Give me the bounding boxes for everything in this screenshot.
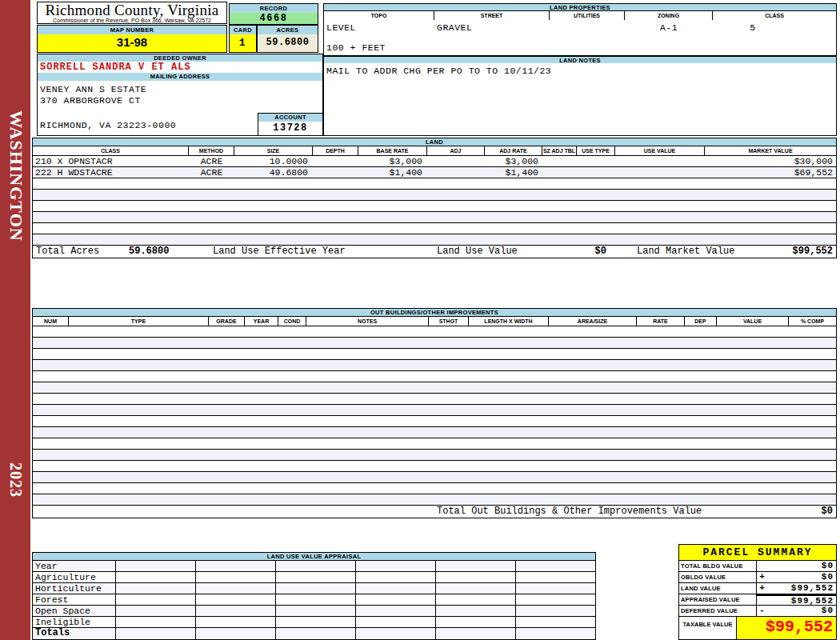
row-value: $99,552: [767, 596, 836, 605]
empty-row: [33, 326, 836, 338]
cell-depth: [313, 156, 358, 166]
empty-cell: [115, 561, 195, 571]
empty-cell: [435, 572, 515, 582]
empty-cell: [435, 617, 515, 627]
empty-cell: [355, 617, 435, 627]
acres-value: 59.6800: [257, 34, 318, 53]
col-market-value: MARKET VALUE: [705, 146, 836, 155]
col-notes: NOTES: [306, 317, 429, 326]
empty-row: [33, 234, 836, 246]
operator: +: [757, 572, 767, 582]
empty-row: [33, 472, 836, 483]
spine-sidebar: WASHINGTON 2023: [0, 0, 30, 640]
class-value: 5: [713, 22, 793, 33]
out-buildings-table: OUT BUILDINGS/OTHER IMPROVEMENTS NUM TYP…: [32, 308, 837, 518]
out-buildings-header-row: NUM TYPE GRADE YEAR COND NOTES STHGT LEN…: [33, 317, 836, 326]
empty-row: [33, 494, 836, 506]
empty-cell: [515, 617, 595, 627]
empty-cell: [355, 583, 435, 594]
account-value: 13728: [258, 122, 323, 136]
zoning-value: A-1: [625, 22, 713, 33]
empty-cell: [355, 628, 435, 639]
empty-cell: [275, 606, 355, 616]
cell-base-rate: $1,400: [358, 167, 427, 178]
empty-cell: [115, 572, 195, 582]
summary-row-obldg: OBLDG VALUE +$0: [679, 572, 836, 583]
land-table: LAND CLASS METHOD SIZE DEPTH BASE RATE A…: [32, 138, 837, 258]
row-label: Ineligible: [33, 617, 115, 627]
row-label: Agriculture: [33, 572, 115, 582]
col-adj-rate: ADJ RATE: [485, 146, 542, 155]
col-rate: RATE: [637, 317, 685, 326]
cell-use-type: [577, 167, 615, 178]
cell-market-value: $30,000: [705, 156, 836, 166]
row-label: Year: [33, 561, 115, 571]
land-use-value-label: Land Use Value: [437, 246, 518, 258]
cell-use-value: [615, 156, 705, 166]
col-dep: DEP: [685, 317, 717, 326]
empty-cell: [195, 572, 275, 582]
taxable-value-label: TAXABLE VALUE: [679, 617, 737, 639]
empty-row: [33, 450, 836, 461]
empty-cell: [355, 572, 435, 582]
empty-cell: [275, 617, 355, 627]
land-notes-box: MAIL TO ADDR CHG PER PO TO TO 10/11/23: [323, 63, 837, 136]
out-buildings-total-label: Total Out Buildings & Other Improvements…: [437, 506, 702, 518]
record-value: 4668: [229, 13, 318, 25]
cell-adj-rate: $1,400: [485, 167, 542, 178]
empty-row: [33, 416, 836, 427]
empty-cell: [435, 628, 515, 639]
cell-depth: [313, 167, 358, 178]
empty-cell: [515, 606, 595, 616]
street-value: GRAVEL: [437, 22, 472, 33]
out-buildings-totals-row: Total Out Buildings & Other Improvements…: [33, 506, 836, 518]
operator: -: [757, 606, 767, 616]
lua-row-totals: Totals: [33, 628, 595, 639]
empty-cell: [515, 572, 595, 582]
empty-cell: [515, 594, 595, 605]
land-properties-section-label: LAND PROPERTIES: [323, 3, 837, 11]
total-acres-label: Total Acres: [36, 246, 99, 258]
cell-class: 222 H WDSTACRE: [33, 167, 189, 178]
empty-cell: [115, 617, 195, 627]
cell-class: 210 X OPNSTACR: [33, 156, 189, 166]
land-use-effective-year-label: Land Use Effective Year: [213, 246, 346, 258]
cell-adj-rate: $3,000: [485, 156, 542, 166]
col-class: CLASS: [713, 11, 836, 20]
empty-cell: [115, 594, 195, 605]
empty-cell: [195, 617, 275, 627]
empty-cell: [115, 628, 195, 639]
row-label: DEFERRED VALUE: [679, 606, 757, 616]
empty-row: [33, 382, 836, 394]
address-line-2: 370 ARBORGROVE CT: [40, 95, 141, 106]
operator: [757, 561, 767, 571]
cell-adj: [427, 156, 485, 166]
county-title-box: Richmond County, Virginia Commissioner o…: [37, 2, 227, 24]
empty-cell: [355, 606, 435, 616]
operator: +: [757, 583, 767, 594]
empty-cell: [515, 628, 595, 639]
row-value: $0: [767, 572, 836, 582]
col-length-width: LENGTH X WIDTH: [469, 317, 549, 326]
out-buildings-total-value: $0: [822, 506, 833, 518]
col-num: NUM: [33, 317, 69, 326]
summary-row-deferred: DEFERRED VALUE -$0: [679, 606, 836, 617]
empty-row: [33, 360, 836, 371]
topo-value: LEVEL: [326, 22, 356, 33]
land-row: 210 X OPNSTACR ACRE 10.0000 $3,000 $3,00…: [33, 156, 836, 167]
empty-cell: [195, 594, 275, 605]
col-street: STREET: [434, 11, 550, 20]
empty-cell: [275, 594, 355, 605]
col-cond: COND: [278, 317, 306, 326]
map-number-value: 31-98: [37, 34, 227, 53]
land-totals-row: Total Acres 59.6800 Land Use Effective Y…: [33, 246, 836, 258]
empty-cell: [275, 561, 355, 571]
col-depth: DEPTH: [313, 146, 358, 155]
land-header-row: CLASS METHOD SIZE DEPTH BASE RATE ADJ AD…: [33, 146, 836, 156]
row-label: OBLDG VALUE: [679, 572, 757, 582]
empty-cell: [435, 561, 515, 571]
empty-cell: [195, 628, 275, 639]
cell-sz-adj-tbl: [542, 167, 577, 178]
land-note-text: MAIL TO ADDR CHG PER PO TO TO 10/11/23: [326, 66, 551, 76]
empty-row: [33, 394, 836, 405]
